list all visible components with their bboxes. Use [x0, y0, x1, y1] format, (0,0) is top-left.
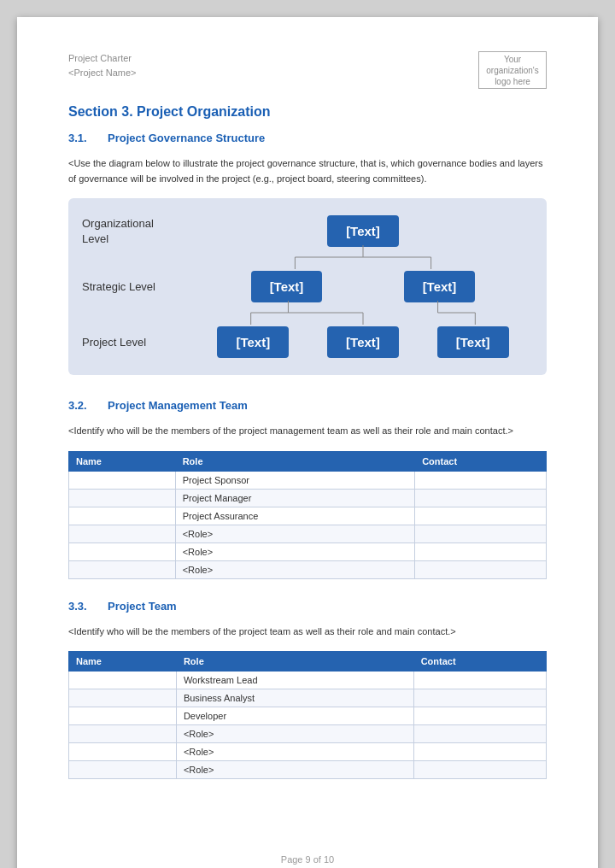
- subsection-3-3: 3.3. Project Team <Identify who will be …: [68, 600, 547, 780]
- table-row: <Role>: [69, 542, 547, 560]
- subsection-3-2: 3.2. Project Management Team <Identify w…: [68, 399, 547, 579]
- header-left: Project Charter <Project Name>: [68, 51, 136, 79]
- table-row: Workstream Lead: [69, 672, 547, 689]
- management-team-table: Name Role Contact Project Sponsor Projec…: [68, 451, 547, 579]
- table-row: <Role>: [69, 525, 547, 542]
- org-node-2-2: [Text]: [404, 271, 476, 302]
- subsection-3-2-header: 3.2. Project Management Team: [68, 399, 547, 419]
- subsection-3-3-desc: <Identify who will be the members of the…: [68, 625, 547, 640]
- subsection-3-2-num: 3.2.: [68, 399, 94, 419]
- subsection-3-3-num: 3.3.: [68, 600, 94, 619]
- table-row: Project Manager: [69, 489, 547, 507]
- col-name-2: Name: [69, 652, 177, 672]
- table-row: <Role>: [69, 761, 547, 779]
- subsection-3-3-header: 3.3. Project Team: [68, 600, 547, 619]
- org-level-3-label: Project Level: [82, 336, 193, 349]
- subsection-3-1: 3.1. Project Governance Structure <Use t…: [68, 132, 547, 375]
- table-row: <Role>: [69, 743, 547, 761]
- org-node-3-2: [Text]: [327, 326, 399, 358]
- table-row: <Role>: [69, 560, 547, 578]
- org-level-2-label: Strategic Level: [82, 280, 193, 293]
- logo-text: Your organization's logo here: [486, 54, 538, 87]
- org-node-1-1: [Text]: [327, 215, 399, 247]
- page-header: Project Charter <Project Name> Your orga…: [68, 51, 547, 89]
- org-node-2-1: [Text]: [251, 271, 323, 302]
- subsection-3-1-num: 3.1.: [68, 132, 94, 151]
- table-row: Project Assurance: [69, 507, 547, 525]
- subsection-3-2-desc: <Identify who will be the members of the…: [68, 424, 547, 439]
- project-name: <Project Name>: [68, 66, 136, 80]
- page: Project Charter <Project Name> Your orga…: [17, 17, 598, 868]
- col-contact-1: Contact: [415, 451, 547, 471]
- project-team-table: Name Role Contact Workstream Lead Busine…: [68, 651, 547, 779]
- table-row: Business Analyst: [69, 689, 547, 707]
- table-row: <Role>: [69, 725, 547, 743]
- page-footer: Page 9 of 10: [17, 854, 598, 865]
- table-row: Project Sponsor: [69, 471, 547, 489]
- subsection-3-1-header: 3.1. Project Governance Structure: [68, 132, 547, 151]
- col-role-1: Role: [175, 451, 414, 471]
- col-role-2: Role: [176, 652, 413, 672]
- org-node-3-3: [Text]: [437, 326, 509, 358]
- org-chart: OrganizationalLevel [Text]: [68, 198, 547, 375]
- section-title: Section 3. Project Organization: [68, 104, 547, 120]
- connector-1-2: [193, 245, 533, 269]
- footer-text: Page 9 of 10: [281, 854, 334, 865]
- table-row: Developer: [69, 707, 547, 725]
- subsection-3-1-desc: <Use the diagram below to illustrate the…: [68, 156, 547, 186]
- connector-2-3: [193, 301, 533, 325]
- subsection-3-1-title: Project Governance Structure: [108, 132, 265, 144]
- org-node-3-1: [Text]: [217, 326, 289, 358]
- logo-box: Your organization's logo here: [478, 51, 547, 89]
- col-contact-2: Contact: [413, 652, 546, 672]
- doc-title: Project Charter: [68, 51, 136, 66]
- col-name-1: Name: [69, 451, 176, 471]
- org-level-1-label: OrganizationalLevel: [82, 216, 193, 247]
- subsection-3-2-title: Project Management Team: [108, 399, 248, 412]
- subsection-3-3-title: Project Team: [108, 600, 177, 613]
